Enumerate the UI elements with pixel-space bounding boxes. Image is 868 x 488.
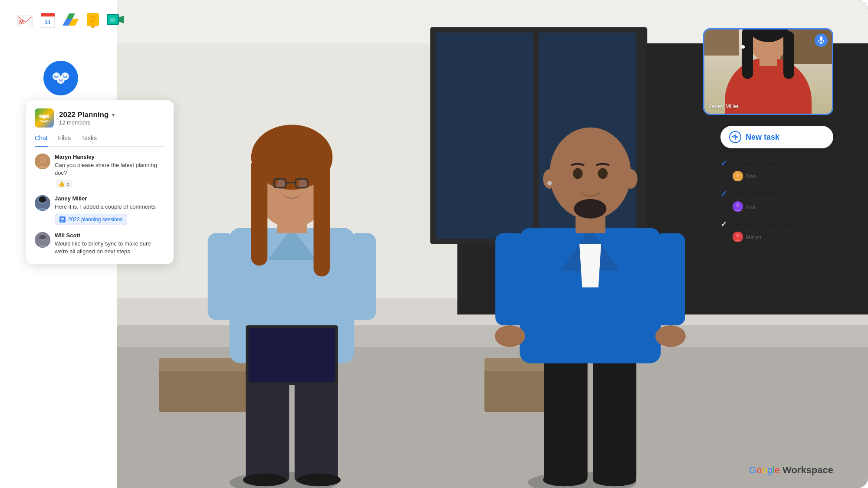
svg-point-85 (39, 115, 43, 118)
svg-rect-4 (41, 15, 55, 16)
message-content-will: Will Scott Would like to briefly sync to… (55, 232, 165, 255)
message-janey: Janey Miller Here it is, I added a coupl… (35, 195, 165, 225)
svg-rect-56 (314, 157, 330, 277)
check-icon-2: ✓ (720, 189, 727, 199)
group-name: 2022 Planning (59, 111, 108, 119)
message-text-janey: Here it is, I added a couple of comments (55, 203, 165, 211)
svg-point-109 (736, 203, 740, 207)
svg-point-65 (543, 473, 586, 486)
svg-rect-95 (61, 219, 64, 220)
doc-name: 2022 planning sessions (68, 216, 122, 223)
gmail-icon[interactable]: M (17, 15, 33, 27)
svg-point-66 (593, 473, 636, 486)
task-title-1: Brainstorm session (731, 160, 790, 167)
message-content-maryn: Maryn Hansley Can you please share the l… (55, 154, 165, 188)
svg-point-99 (39, 235, 46, 239)
svg-rect-73 (655, 233, 685, 326)
svg-rect-63 (544, 353, 588, 483)
svg-point-84 (42, 115, 46, 119)
avatar-will (35, 232, 50, 248)
svg-rect-49 (349, 233, 376, 320)
tab-tasks[interactable]: Tasks (81, 134, 97, 146)
svg-point-107 (736, 173, 740, 177)
keep-icon[interactable] (87, 13, 99, 29)
svg-rect-12 (90, 19, 96, 20)
assignee-name-dan: Dan (746, 173, 756, 180)
message-maryn: Maryn Hansley Can you please share the l… (35, 154, 165, 188)
svg-rect-51 (249, 328, 335, 382)
reaction-count: 5 (66, 181, 69, 187)
chat-header-info: 2022 Planning ▾ 12 members (59, 111, 115, 126)
avatar-maryn (35, 154, 50, 169)
like-reaction[interactable]: 👍 5 (55, 180, 73, 188)
workspace-label: Workspace (783, 465, 833, 476)
svg-point-75 (655, 325, 686, 347)
svg-point-27 (59, 77, 62, 80)
svg-point-79 (625, 169, 638, 189)
spaces-icon[interactable] (43, 61, 78, 95)
google-g-red: o (756, 465, 762, 475)
tab-files[interactable]: Files (58, 134, 71, 146)
tab-chat[interactable]: Chat (35, 134, 48, 147)
svg-marker-17 (119, 16, 124, 23)
task-title-2: Check availability (731, 190, 785, 198)
message-text-maryn: Can you please share the latest planning… (55, 161, 165, 177)
message-text-will: Would like to briefly sync to make sure … (55, 240, 165, 255)
google-g-red2: e (775, 465, 780, 475)
task-item-availability: ✓ Check availability Ava (720, 189, 833, 212)
group-icon (35, 108, 54, 128)
svg-rect-64 (593, 353, 636, 483)
svg-rect-37 (159, 369, 256, 412)
dropdown-arrow-icon[interactable]: ▾ (112, 112, 115, 118)
svg-point-74 (495, 325, 525, 347)
sender-janey: Janey Miller (55, 195, 165, 202)
svg-rect-55 (251, 157, 268, 266)
app-icons-bar: M 31 (17, 13, 124, 29)
avatar-dan (733, 171, 743, 181)
mic-icon[interactable] (815, 34, 828, 47)
google-g-blue: G (749, 465, 756, 475)
task-item-masterplan: ✓ Release master plan Maryn (720, 219, 833, 242)
chat-messages: Maryn Hansley Can you please share the l… (35, 154, 165, 255)
task-list: ✓ Brainstorm session Dan ✓ Check availab… (720, 159, 833, 242)
svg-rect-92 (39, 197, 46, 203)
member-count: 12 members (59, 119, 115, 126)
svg-point-111 (736, 234, 740, 238)
drive-icon[interactable] (62, 13, 79, 29)
thumbs-up-icon: 👍 (58, 181, 65, 187)
calendar-icon[interactable]: 31 (41, 13, 55, 29)
svg-rect-72 (495, 233, 525, 326)
svg-rect-10 (91, 25, 95, 28)
svg-rect-35 (436, 33, 533, 239)
doc-icon (59, 216, 66, 223)
svg-rect-18 (110, 18, 115, 22)
svg-point-25 (55, 74, 58, 76)
avatar-maryn-task (733, 232, 743, 242)
task-item-brainstorm: ✓ Brainstorm session Dan (720, 159, 833, 181)
svg-rect-48 (208, 233, 235, 320)
sender-will: Will Scott (55, 232, 165, 239)
new-task-label: New task (746, 133, 779, 142)
assignee-name-maryn: Maryn (746, 234, 761, 240)
video-call-thumbnail[interactable]: Janey Miller (703, 28, 833, 115)
svg-point-81 (573, 168, 583, 179)
meet-icon[interactable] (107, 14, 124, 29)
tasks-panel: New task ✓ Brainstorm session Dan (720, 126, 833, 242)
chat-tabs: Chat Files Tasks (35, 134, 165, 147)
new-task-button[interactable]: New task (720, 126, 833, 148)
google-g-blue2: g (767, 465, 773, 475)
check-icon-1: ✓ (720, 159, 727, 168)
avatar-janey (35, 195, 50, 211)
svg-point-82 (598, 168, 608, 179)
svg-rect-11 (90, 16, 96, 17)
google-workspace-branding: Google Workspace (749, 465, 833, 476)
svg-point-89 (40, 157, 45, 162)
svg-text:M: M (19, 19, 24, 25)
add-task-icon (729, 131, 741, 143)
svg-marker-71 (579, 244, 601, 288)
doc-attachment[interactable]: 2022 planning sessions (55, 214, 127, 225)
google-g-yellow: o (762, 465, 767, 475)
sender-maryn: Maryn Hansley (55, 154, 165, 160)
svg-point-45 (297, 473, 341, 486)
svg-point-86 (46, 115, 49, 118)
